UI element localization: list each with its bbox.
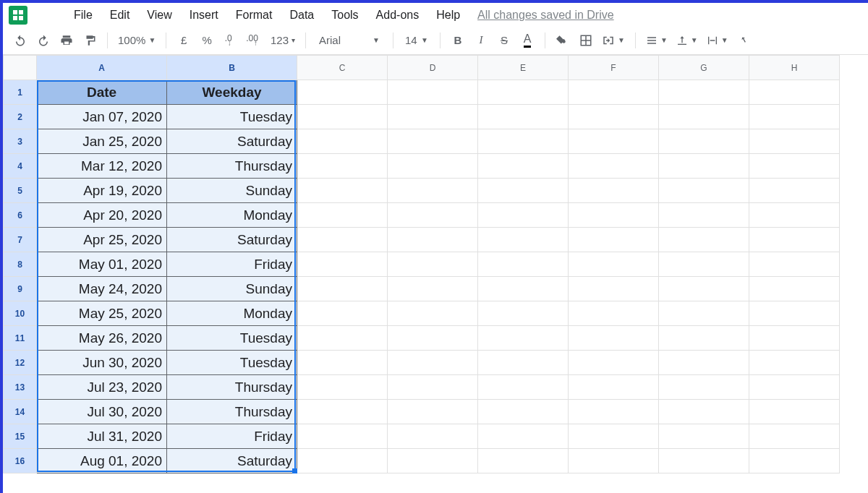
menu-help[interactable]: Help	[427, 6, 469, 25]
row-header[interactable]: 6	[4, 203, 37, 228]
row-header[interactable]: 9	[4, 277, 37, 301]
cell[interactable]	[569, 80, 659, 105]
cell[interactable]	[569, 375, 659, 400]
cell[interactable]	[749, 326, 840, 351]
borders-button[interactable]	[576, 30, 596, 51]
cell[interactable]	[297, 80, 388, 105]
cell[interactable]	[749, 400, 840, 424]
cell[interactable]	[569, 326, 659, 351]
cell[interactable]: Apr 19, 2020	[37, 179, 167, 203]
cell[interactable]	[569, 129, 659, 154]
cell[interactable]	[388, 277, 478, 301]
menu-view[interactable]: View	[138, 6, 180, 25]
cell[interactable]	[749, 154, 840, 179]
cell[interactable]	[388, 80, 478, 105]
cell[interactable]: Apr 25, 2020	[37, 228, 167, 252]
cell[interactable]	[478, 80, 569, 105]
cell[interactable]	[659, 154, 749, 179]
cell[interactable]	[749, 277, 840, 301]
cell[interactable]: Thursday	[167, 400, 297, 424]
increase-decimal-button[interactable]: .00 ↑	[243, 30, 265, 51]
cell[interactable]	[388, 203, 478, 228]
cell[interactable]	[749, 375, 840, 400]
cell[interactable]	[749, 105, 840, 129]
cell[interactable]	[297, 105, 388, 129]
cell[interactable]	[659, 326, 749, 351]
col-header-c[interactable]: C	[297, 56, 388, 80]
cell[interactable]	[478, 449, 569, 473]
cell[interactable]: Thursday	[167, 375, 297, 400]
cell[interactable]	[659, 203, 749, 228]
cell[interactable]	[749, 252, 840, 277]
cell[interactable]: Friday	[167, 252, 297, 277]
format-percent-button[interactable]: %	[197, 30, 217, 51]
col-header-e[interactable]: E	[478, 56, 569, 80]
cell[interactable]: Tuesday	[167, 326, 297, 351]
cell[interactable]	[388, 375, 478, 400]
row-header[interactable]: 12	[4, 351, 37, 375]
font-size-picker[interactable]: 14▼	[401, 30, 433, 51]
cell[interactable]: Friday	[167, 424, 297, 449]
menu-data[interactable]: Data	[281, 6, 323, 25]
cell[interactable]: Jan 07, 2020	[37, 105, 167, 129]
row-header[interactable]: 10	[4, 301, 37, 326]
cell[interactable]	[478, 351, 569, 375]
cell[interactable]	[569, 424, 659, 449]
cell[interactable]: Saturday	[167, 129, 297, 154]
cell[interactable]	[297, 277, 388, 301]
cell[interactable]: Sunday	[167, 277, 297, 301]
cell[interactable]: Jan 25, 2020	[37, 129, 167, 154]
cell[interactable]	[478, 154, 569, 179]
row-header[interactable]: 16	[4, 449, 37, 473]
menu-tools[interactable]: Tools	[323, 6, 367, 25]
strikethrough-button[interactable]: S	[494, 30, 514, 51]
cell[interactable]	[749, 228, 840, 252]
cell[interactable]	[478, 228, 569, 252]
cell[interactable]	[659, 179, 749, 203]
cell[interactable]	[659, 277, 749, 301]
cell[interactable]	[569, 277, 659, 301]
cell[interactable]	[388, 179, 478, 203]
cell[interactable]	[659, 80, 749, 105]
cell[interactable]	[569, 154, 659, 179]
cell[interactable]: Jul 31, 2020	[37, 424, 167, 449]
merge-button[interactable]: ▼	[599, 30, 628, 51]
cell[interactable]	[478, 129, 569, 154]
row-header[interactable]: 1	[4, 80, 37, 105]
col-header-a[interactable]: A	[37, 56, 167, 80]
cell[interactable]: May 25, 2020	[37, 301, 167, 326]
cell[interactable]: Jul 23, 2020	[37, 375, 167, 400]
cell[interactable]	[659, 228, 749, 252]
cell[interactable]	[569, 228, 659, 252]
v-align-button[interactable]: ▼	[673, 30, 701, 51]
row-header[interactable]: 2	[4, 105, 37, 129]
cell[interactable]	[478, 252, 569, 277]
rotate-button[interactable]	[734, 30, 754, 51]
cell[interactable]: Weekday	[167, 80, 297, 105]
cell[interactable]	[749, 449, 840, 473]
cell[interactable]	[659, 400, 749, 424]
cell[interactable]	[659, 301, 749, 326]
menu-format[interactable]: Format	[227, 6, 281, 25]
cell[interactable]	[659, 449, 749, 473]
cell[interactable]	[569, 351, 659, 375]
row-header[interactable]: 11	[4, 326, 37, 351]
cell[interactable]: Mar 12, 2020	[37, 154, 167, 179]
col-header-f[interactable]: F	[569, 56, 659, 80]
cell[interactable]	[659, 351, 749, 375]
cell[interactable]: Saturday	[167, 449, 297, 473]
row-header[interactable]: 5	[4, 179, 37, 203]
cell[interactable]	[297, 129, 388, 154]
format-currency-button[interactable]: £	[174, 30, 194, 51]
cell[interactable]	[388, 129, 478, 154]
cell[interactable]	[297, 375, 388, 400]
cell[interactable]	[749, 80, 840, 105]
cell[interactable]	[659, 375, 749, 400]
cell[interactable]	[388, 228, 478, 252]
cell[interactable]	[569, 252, 659, 277]
cell[interactable]: May 24, 2020	[37, 277, 167, 301]
col-header-b[interactable]: B	[167, 56, 297, 80]
cell[interactable]: Saturday	[167, 228, 297, 252]
row-header[interactable]: 4	[4, 154, 37, 179]
cell[interactable]	[297, 351, 388, 375]
